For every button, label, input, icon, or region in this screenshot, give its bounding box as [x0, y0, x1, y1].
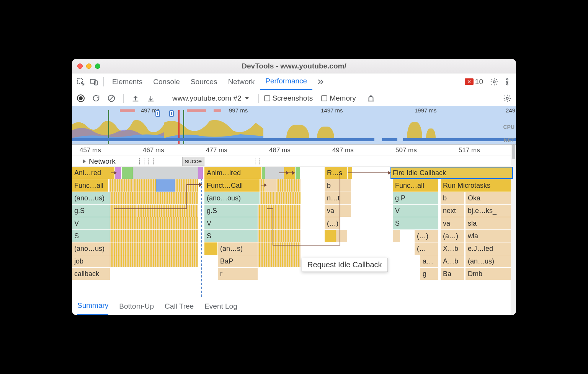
flame-block[interactable]: Oka: [466, 192, 513, 204]
flame-block[interactable]: [133, 179, 156, 192]
error-badge-icon[interactable]: ✕: [465, 78, 474, 85]
flame-chart[interactable]: Request Idle Callback Ani…redAnim…iredR……: [72, 167, 516, 297]
flame-block[interactable]: (ano…us): [72, 192, 110, 204]
memory-checkbox[interactable]: Memory: [321, 94, 356, 102]
flame-block[interactable]: [325, 230, 336, 242]
flame-block[interactable]: (…): [415, 230, 439, 242]
flame-block[interactable]: (…): [325, 217, 340, 229]
flame-block[interactable]: Ba: [441, 268, 465, 280]
save-profile-icon[interactable]: [144, 92, 157, 105]
flame-block[interactable]: [296, 167, 301, 179]
inspect-icon[interactable]: [74, 75, 87, 88]
flame-block[interactable]: [110, 230, 198, 242]
flame-block[interactable]: [110, 192, 133, 204]
flame-block[interactable]: [260, 192, 275, 204]
flame-block[interactable]: g.P: [393, 192, 439, 204]
garbage-collect-icon[interactable]: [364, 92, 377, 105]
flame-block[interactable]: [204, 242, 218, 255]
flame-block[interactable]: [393, 230, 400, 242]
detail-tab-call-tree[interactable]: Call Tree: [165, 297, 194, 315]
kebab-menu-icon[interactable]: [501, 75, 514, 88]
record-button[interactable]: [74, 92, 87, 105]
clear-button[interactable]: [105, 92, 118, 105]
flame-block[interactable]: [275, 192, 301, 204]
flame-block[interactable]: A…b: [441, 255, 465, 267]
flame-block[interactable]: [198, 167, 203, 179]
flame-block[interactable]: job: [72, 255, 110, 267]
flame-block[interactable]: g: [420, 268, 439, 280]
recording-select[interactable]: www.youtube.com #2: [168, 94, 253, 102]
tab-sources[interactable]: Sources: [185, 73, 223, 90]
flame-block[interactable]: [277, 230, 301, 242]
settings-icon[interactable]: [488, 75, 501, 88]
flame-block[interactable]: [109, 179, 133, 192]
flame-block[interactable]: [110, 205, 137, 217]
flame-block[interactable]: [258, 230, 277, 242]
flame-block[interactable]: [122, 167, 133, 179]
flame-block[interactable]: Func…all: [393, 179, 439, 192]
scrollbar-thumb[interactable]: [512, 145, 515, 159]
network-request-chip[interactable]: succe: [182, 157, 204, 166]
flame-block[interactable]: n…t: [325, 192, 340, 204]
flame-block[interactable]: g.S: [204, 205, 258, 217]
flame-block[interactable]: a…: [420, 255, 439, 267]
flame-block[interactable]: S: [393, 217, 439, 229]
flame-block[interactable]: (an…us): [466, 255, 513, 267]
flame-block[interactable]: Anim…ired: [204, 167, 262, 179]
timeline-overview[interactable]: 497 ms 997 ms 1497 ms 1997 ms 249 CPU NE…: [72, 106, 516, 145]
tab-performance[interactable]: Performance: [260, 73, 312, 90]
flame-block[interactable]: [258, 255, 301, 267]
flame-block[interactable]: [133, 192, 198, 204]
flame-block[interactable]: Ani…red: [72, 167, 115, 179]
detail-tab-bottom-up[interactable]: Bottom-Up: [119, 297, 154, 315]
flame-block[interactable]: V: [72, 217, 110, 229]
flame-block[interactable]: g.S: [72, 205, 110, 217]
flame-block[interactable]: Fire Idle Callback: [390, 167, 513, 179]
flame-block[interactable]: [137, 205, 198, 217]
flame-block[interactable]: (…: [415, 242, 439, 255]
flame-block[interactable]: va: [325, 205, 340, 217]
flame-block[interactable]: (an…s): [218, 242, 258, 255]
flame-block[interactable]: wla: [466, 230, 513, 242]
flame-block[interactable]: S: [204, 230, 258, 242]
tab-console[interactable]: Console: [148, 73, 185, 90]
flame-block[interactable]: sla: [466, 217, 513, 229]
flame-block[interactable]: [277, 217, 301, 229]
capture-settings-icon[interactable]: [501, 92, 514, 105]
flame-block[interactable]: [340, 179, 351, 192]
flame-block[interactable]: V: [204, 217, 258, 229]
device-toggle-icon[interactable]: [87, 75, 100, 88]
tab-elements[interactable]: Elements: [107, 73, 148, 90]
flame-block[interactable]: [276, 179, 301, 192]
error-count[interactable]: 10: [475, 78, 483, 86]
time-ruler[interactable]: 457 ms467 ms477 ms487 ms497 ms507 ms517 …: [72, 145, 516, 156]
flame-block[interactable]: [258, 217, 277, 229]
tab-network[interactable]: Network: [223, 73, 260, 90]
flame-block[interactable]: V: [393, 205, 439, 217]
flame-block[interactable]: [133, 167, 198, 179]
flame-block[interactable]: va: [441, 217, 465, 229]
flame-block[interactable]: bj.e…ks_: [466, 205, 513, 217]
flame-block[interactable]: [110, 255, 198, 267]
flame-block[interactable]: b: [325, 179, 340, 192]
flame-block[interactable]: [277, 205, 301, 217]
flame-block[interactable]: [258, 205, 277, 217]
flame-block[interactable]: R…s: [325, 167, 348, 179]
flame-block[interactable]: [110, 217, 198, 229]
flame-block[interactable]: [340, 205, 351, 217]
flame-block[interactable]: (ano…ous): [204, 192, 260, 204]
flame-block[interactable]: Func…all: [72, 179, 109, 192]
flame-block[interactable]: [340, 192, 351, 204]
reload-record-button[interactable]: [90, 92, 103, 105]
expand-triangle-icon[interactable]: [83, 159, 86, 164]
flame-block[interactable]: [258, 242, 301, 255]
flame-block[interactable]: (ano…us): [72, 242, 110, 255]
flame-block[interactable]: [110, 242, 198, 255]
flame-block[interactable]: [175, 179, 198, 192]
flame-block[interactable]: callback: [72, 268, 110, 280]
network-track-header[interactable]: Network ┊┊┊┊ succe ┊┊: [72, 156, 516, 167]
overview-handle-left[interactable]: [155, 110, 160, 117]
flame-block[interactable]: Dmb: [466, 268, 513, 280]
flame-block[interactable]: [156, 179, 175, 192]
flame-block[interactable]: X…b: [441, 242, 465, 255]
